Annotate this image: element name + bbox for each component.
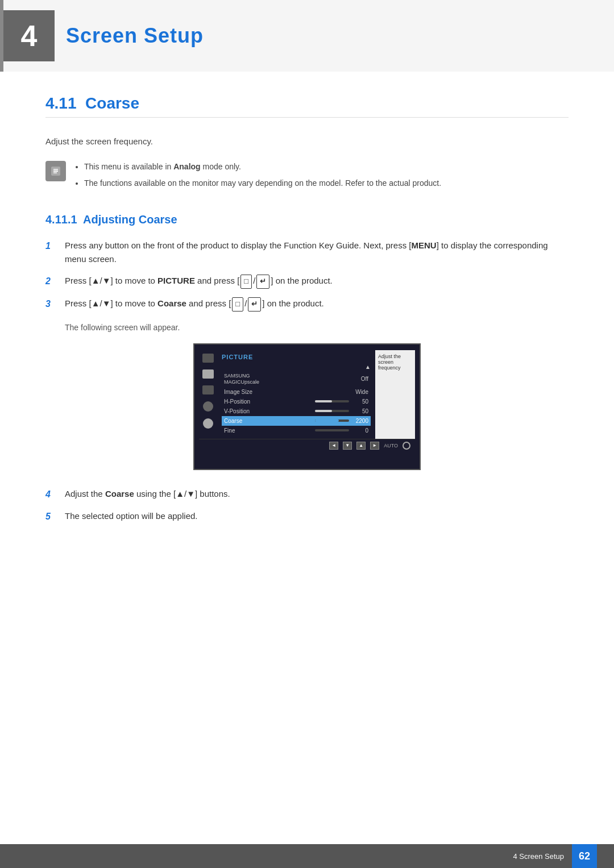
steps-list-after: 4 Adjust the Coarse using the [▲/▼] butt…: [45, 487, 569, 524]
nav-btn-right: ►: [370, 442, 379, 450]
menu-row-coarse: Coarse 2200: [222, 416, 371, 426]
coarse-bar: [315, 420, 349, 422]
note-box: This menu is available in Analog mode on…: [45, 160, 569, 193]
monitor-mockup: PICTURE ▲ SAMSUNGMAGICUpscale Off Image …: [45, 343, 569, 470]
appear-text: The following screen will appear.: [65, 323, 569, 332]
note-icon: [45, 161, 66, 181]
note-item-2: The functions available on the monitor m…: [84, 176, 441, 190]
auto-label: AUTO: [384, 443, 398, 448]
step-3: 3 Press [▲/▼] to move to Coarse and pres…: [45, 297, 569, 312]
monitor-menu: PICTURE ▲ SAMSUNGMAGICUpscale Off Image …: [217, 350, 375, 439]
monitor-bottombar: ◄ ▼ ▲ ► AUTO: [199, 439, 415, 452]
main-content: 4.11 Coarse Adjust the screen frequency.…: [0, 94, 614, 581]
screen-area: PICTURE ▲ SAMSUNGMAGICUpscale Off Image …: [199, 350, 415, 439]
chapter-number: 4: [3, 10, 55, 61]
page-footer: 4 Screen Setup 62: [0, 844, 614, 868]
section-intro: Adjust the screen frequency.: [45, 135, 569, 148]
sidebar-icon-3: [202, 385, 214, 394]
monitor-sidebar: [199, 350, 217, 439]
nav-btn-down: ▼: [343, 442, 352, 450]
vposition-bar: [315, 410, 349, 412]
footer-chapter-text: 4 Screen Setup: [513, 852, 564, 861]
power-icon: [403, 442, 410, 450]
fine-bar: [315, 429, 349, 431]
section-heading: 4.11 Coarse: [45, 94, 569, 118]
menu-row-imagesize: Image Size Wide: [222, 387, 371, 397]
step-4: 4 Adjust the Coarse using the [▲/▼] butt…: [45, 487, 569, 502]
subsection-heading: 4.11.1 Adjusting Coarse: [45, 213, 569, 226]
note-list: This menu is available in Analog mode on…: [74, 160, 441, 193]
sidebar-icon-2: [202, 369, 214, 379]
steps-list: 1 Press any button on the front of the p…: [45, 239, 569, 312]
menu-title: PICTURE: [222, 354, 371, 360]
nav-btn-left: ◄: [329, 442, 338, 450]
menu-row-vposition: V-Position 50: [222, 406, 371, 416]
chapter-header: 4 Screen Setup: [0, 0, 614, 72]
sidebar-icon-1: [202, 354, 214, 363]
footer-page-number: 62: [572, 844, 597, 868]
menu-row-hposition: H-Position 50: [222, 397, 371, 406]
step-1: 1 Press any button on the front of the p…: [45, 239, 569, 266]
sidebar-icon-5: [203, 418, 213, 429]
step-2: 2 Press [▲/▼] to move to PICTURE and pre…: [45, 274, 569, 289]
menu-row-fine: Fine 0: [222, 426, 371, 435]
step-5: 5 The selected option will be applied.: [45, 509, 569, 524]
sidebar-icon-4: [203, 401, 213, 412]
monitor-tooltip: Adjust the screen frequency: [375, 350, 415, 439]
note-item-1: This menu is available in Analog mode on…: [84, 160, 441, 174]
menu-arrow: ▲: [222, 364, 371, 370]
chapter-title: Screen Setup: [66, 24, 204, 48]
menu-row-upscale: SAMSUNGMAGICUpscale Off: [222, 371, 371, 387]
monitor-screen: PICTURE ▲ SAMSUNGMAGICUpscale Off Image …: [193, 343, 421, 470]
pencil-icon: [49, 165, 62, 177]
hposition-bar: [315, 400, 349, 402]
nav-btn-up: ▲: [356, 442, 366, 450]
